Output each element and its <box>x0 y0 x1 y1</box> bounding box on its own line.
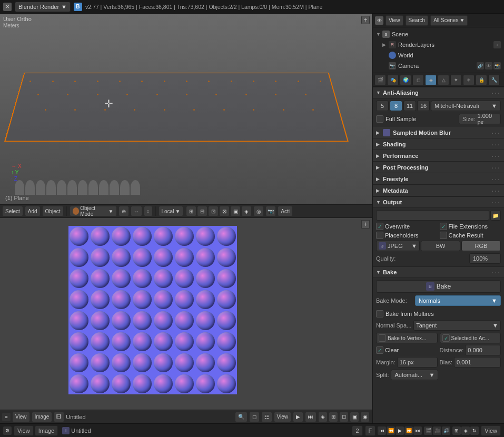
tab-modifiers[interactable]: 🔧 <box>488 75 500 85</box>
close-icon[interactable]: ✕ <box>3 3 12 11</box>
dist-field[interactable]: 0.000 <box>465 345 501 355</box>
tree-item-scene[interactable]: ▼ S Scene <box>373 29 504 39</box>
move-btn[interactable]: ↕ <box>144 206 153 216</box>
search-btn[interactable]: Search <box>406 15 429 26</box>
view-full-btn[interactable]: ◻ <box>249 412 260 422</box>
render-btn[interactable]: ◎ <box>253 206 264 216</box>
aa-filter-dropdown[interactable]: Mitchell-Netravali ▼ <box>431 101 501 111</box>
end-btn[interactable]: ⏭ <box>305 412 317 422</box>
bias-input[interactable]: 0.001 <box>454 357 501 368</box>
placeholders-cb[interactable] <box>376 232 383 239</box>
view-btn-right[interactable]: View <box>481 425 501 436</box>
format-dropdown[interactable]: J JPEG ▼ <box>376 241 420 251</box>
tab-render[interactable]: 🎬 <box>374 75 386 85</box>
renderer-dropdown[interactable]: Blender Render ▼ <box>15 2 71 12</box>
cam-render-btn[interactable]: 📸 <box>493 62 501 69</box>
bake-vertex-btn[interactable]: Bake to Vertex... <box>376 333 438 343</box>
view-btn[interactable]: View <box>274 412 292 422</box>
cam-eye-btn[interactable]: 👁 <box>485 62 492 69</box>
image-icon-btn[interactable]: 🎞 <box>54 412 64 422</box>
zoom-icon[interactable]: 🔍 <box>235 412 248 422</box>
markers-icon[interactable]: ◈ <box>461 426 470 435</box>
aa-num-16[interactable]: 16 <box>417 101 430 111</box>
rgb-btn[interactable]: RGB <box>461 241 501 251</box>
quality-value[interactable]: 100% <box>469 253 501 264</box>
icon-btn-1[interactable]: ⊞ <box>186 206 196 216</box>
section-anti-aliasing[interactable]: ▼ Anti-Aliasing ··· <box>373 87 504 98</box>
play-btn[interactable]: ▶ <box>293 412 303 422</box>
section-freestyle[interactable]: ▶ Freestyle ··· <box>373 173 504 185</box>
audio-icon[interactable]: 🔊 <box>442 426 450 435</box>
tree-item-renderlayers[interactable]: ▶ R RenderLayers + <box>373 39 504 50</box>
tab-physics[interactable]: ⚛ <box>463 75 475 85</box>
clear-cb[interactable] <box>376 346 383 354</box>
select-btn[interactable]: Select <box>2 206 23 216</box>
section-metadata[interactable]: ▶ Metadata ··· <box>373 185 504 196</box>
bake-mode-dropdown[interactable]: Normals ▼ <box>415 295 501 306</box>
icon-btn-3[interactable]: ⊡ <box>208 206 219 216</box>
viewport-3d[interactable]: ✛ → X ↑ Y · Z User Ortho Meters (1) Plan… <box>0 14 372 204</box>
sync-icon[interactable]: ↻ <box>470 426 479 435</box>
tab-data[interactable]: △ <box>438 75 449 85</box>
icon-btn-2[interactable]: ⊟ <box>197 206 207 216</box>
section-performance[interactable]: ▶ Performance ··· <box>373 150 504 162</box>
aa-num-5[interactable]: 5 <box>376 101 389 111</box>
selected-to-cb[interactable] <box>442 334 450 342</box>
anim-icon[interactable]: 🎥 <box>433 426 441 435</box>
local-dropdown[interactable]: Local ▼ <box>159 206 184 216</box>
tab-object[interactable]: ◻ <box>412 75 424 85</box>
icon-btn-5[interactable]: ▣ <box>230 206 241 216</box>
output-path-input[interactable]: // <box>376 210 489 221</box>
image-view-btn[interactable]: View <box>12 412 30 422</box>
bake-btn[interactable]: B Bake <box>376 280 501 293</box>
image-view-icon[interactable]: ≡ <box>2 413 11 421</box>
icon-g4[interactable]: ▣ <box>350 412 359 422</box>
render-icon[interactable]: 🎬 <box>424 426 432 435</box>
aa-num-8[interactable]: 8 <box>390 101 402 111</box>
status-image-btn[interactable]: Image <box>35 425 58 436</box>
cache-result-cb[interactable] <box>440 232 447 239</box>
image-image-btn[interactable]: Image <box>32 412 53 422</box>
frame-num[interactable]: 2 <box>352 425 362 436</box>
bake-multires-cb[interactable] <box>376 310 383 317</box>
view-icon2[interactable]: ☷ <box>261 412 272 422</box>
tab-world[interactable]: 🌍 <box>400 75 411 85</box>
viewport-image[interactable]: + ≡ View Image 🎞 Untitled 🔍 ◻ ☷ View ▶ ⏭ <box>0 218 372 423</box>
size-field[interactable]: Size: 1.000 px <box>459 114 501 124</box>
normal-space-dropdown[interactable]: Tangent ▼ <box>413 320 501 331</box>
mode-dropdown[interactable]: Object Mode ▼ <box>70 206 117 216</box>
path-browse-btn[interactable]: 📁 <box>490 210 501 221</box>
transform-btn[interactable]: ↔ <box>131 206 142 216</box>
viewport-3d-add-btn[interactable]: + <box>361 16 370 24</box>
section-sampled-motion-blur[interactable]: ▶ Sampled Motion Blur ··· <box>373 127 504 138</box>
split-dropdown[interactable]: Automati... ▼ <box>391 370 438 380</box>
tab-material[interactable]: ◈ <box>425 75 437 85</box>
icon-g5[interactable]: ◉ <box>360 412 370 422</box>
viewport-image-add-btn[interactable]: + <box>361 220 370 229</box>
selected-to-btn[interactable]: Selected to Ac... <box>440 333 501 343</box>
aa-num-11[interactable]: 11 <box>403 101 416 111</box>
margin-input[interactable]: 16 px <box>397 357 438 368</box>
overwrite-cb[interactable] <box>376 223 383 230</box>
section-shading[interactable]: ▶ Shading ··· <box>373 138 504 150</box>
icon-g1[interactable]: ◈ <box>318 412 328 422</box>
transport-next-icon[interactable]: ⏩ <box>404 426 413 435</box>
file-ext-cb[interactable] <box>440 223 447 230</box>
icon-g3[interactable]: ⊡ <box>339 412 349 422</box>
transport-end-icon[interactable]: ⏭ <box>413 426 422 435</box>
acti-btn[interactable]: Acti <box>278 206 293 216</box>
section-post-processing[interactable]: ▶ Post Processing ··· <box>373 162 504 173</box>
cursor-btn[interactable]: ⊕ <box>118 206 129 216</box>
tab-constraints[interactable]: 🔒 <box>476 75 487 85</box>
status-view-btn[interactable]: View <box>14 425 34 436</box>
rl-new-btn[interactable]: + <box>493 41 501 48</box>
all-scenes-dropdown[interactable]: All Scenes ▼ <box>430 15 468 26</box>
object-btn[interactable]: Object <box>42 206 64 216</box>
view-menu[interactable]: View <box>386 15 403 26</box>
transport-prev-icon[interactable]: ⏪ <box>387 426 395 435</box>
cam-link-btn[interactable]: 🔗 <box>477 62 484 69</box>
icon-btn-4[interactable]: ⊠ <box>219 206 230 216</box>
camera-btn[interactable]: 📷 <box>265 206 276 216</box>
tree-item-world[interactable]: World <box>373 50 504 61</box>
vertex-cb[interactable] <box>379 334 386 342</box>
